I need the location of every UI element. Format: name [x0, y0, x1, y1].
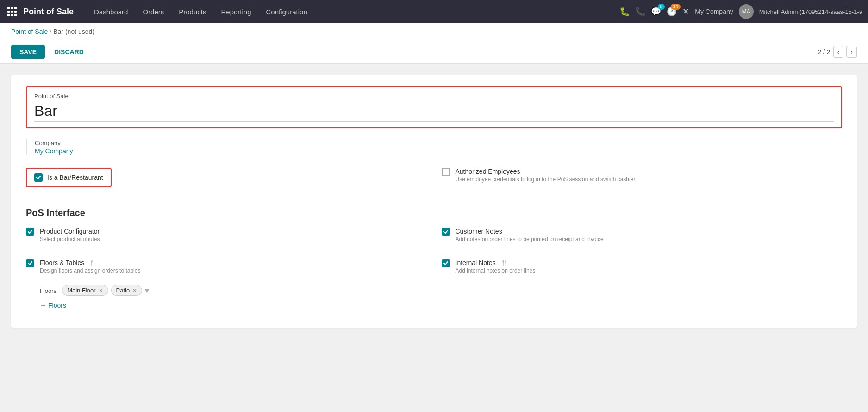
breadcrumb: Point of Sale / Bar (not used) [0, 23, 868, 40]
internal-notes-label: Internal Notes 🍴 [456, 259, 536, 266]
pos-name-input[interactable] [34, 102, 834, 122]
tag-main-floor-remove[interactable]: ✕ [99, 287, 103, 294]
discard-button[interactable]: DISCARD [50, 45, 87, 59]
tag-patio: Patio ✕ [111, 285, 143, 296]
floors-row: Floors Main Floor ✕ Patio ✕ ▾ [40, 283, 427, 298]
record-position: 2 / 2 [818, 48, 830, 56]
checkmark-icon [36, 175, 41, 180]
main-content: Point of Sale Company My Company Is a Ba… [0, 64, 868, 409]
internal-notes-row: Internal Notes 🍴 Add internal notes on o… [442, 259, 843, 274]
chat-badge: 5 [658, 4, 665, 10]
top-navigation: Point of Sale Dashboard Orders Products … [0, 0, 868, 23]
activity-icon[interactable]: 🕐 31 [667, 6, 677, 17]
debug-icon[interactable]: 🐛 [619, 6, 630, 17]
arrow-right-icon: → [40, 302, 46, 309]
customer-notes-desc: Add notes on order lines to be printed o… [456, 236, 604, 242]
prev-record-button[interactable]: ‹ [833, 46, 844, 58]
bar-restaurant-checkbox-container: Is a Bar/Restaurant [26, 168, 112, 187]
topnav-right-section: 🐛 📞 💬 5 🕐 31 ✕ My Company MA Mitchell Ad… [619, 4, 862, 19]
authorized-employees-desc: Use employee credentials to log in to th… [456, 176, 636, 183]
company-value[interactable]: My Company [35, 147, 842, 155]
tag-main-floor: Main Floor ✕ [62, 285, 108, 296]
floors-link[interactable]: → Floors [40, 302, 66, 309]
breadcrumb-current: Bar (not used) [53, 28, 94, 35]
product-configurator-checkbox[interactable] [26, 228, 34, 236]
checkmark-icon [443, 260, 449, 266]
utensils-icon-2: 🍴 [500, 259, 508, 266]
product-configurator-row: Product Configurator Select product attr… [26, 228, 427, 242]
tag-main-floor-label: Main Floor [67, 287, 95, 294]
floors-tables-label: Floors & Tables 🍴 [40, 259, 140, 266]
authorized-employees-row: Authorized Employees Use employee creden… [442, 168, 843, 183]
internal-notes-desc: Add internal notes on order lines [456, 267, 536, 274]
company-section: Company My Company [26, 139, 842, 155]
utensils-icon: 🍴 [89, 259, 97, 266]
form-card: Point of Sale Company My Company Is a Ba… [11, 75, 857, 328]
floors-tables-text: Floors & Tables 🍴 Design floors and assi… [40, 259, 140, 274]
app-brand: Point of Sale [23, 7, 74, 17]
internal-notes-checkbox[interactable] [442, 259, 450, 267]
record-navigation: 2 / 2 ‹ › [818, 46, 857, 58]
menu-configuration[interactable]: Configuration [259, 0, 315, 23]
user-name: Mitchell Admin (17095214-saas-15-1-a [759, 8, 862, 15]
pos-name-field-container: Point of Sale [26, 86, 842, 128]
checkmark-icon [443, 229, 449, 235]
menu-reporting[interactable]: Reporting [213, 0, 258, 23]
customer-notes-col: Customer Notes Add notes on order lines … [442, 228, 843, 252]
top-checkboxes-row: Is a Bar/Restaurant Authorized Employees… [26, 168, 842, 200]
authorized-employees-label: Authorized Employees [456, 168, 636, 175]
floors-tables-checkbox[interactable] [26, 259, 34, 267]
avatar[interactable]: MA [739, 4, 754, 19]
bar-restaurant-col: Is a Bar/Restaurant [26, 168, 427, 200]
chat-icon[interactable]: 💬 5 [651, 6, 661, 17]
product-configurator-text: Product Configurator Select product attr… [40, 228, 100, 242]
company-label: Company [35, 139, 842, 146]
checkmark-icon [27, 229, 33, 235]
authorized-employees-col: Authorized Employees Use employee creden… [442, 168, 843, 200]
interface-checkboxes-row1: Product Configurator Select product attr… [26, 228, 842, 252]
pos-interface-heading: PoS Interface [26, 208, 842, 218]
floors-label: Floors [40, 287, 56, 294]
tags-dropdown-icon[interactable]: ▾ [145, 285, 149, 296]
apps-menu-icon[interactable] [6, 5, 19, 18]
menu-orders[interactable]: Orders [135, 0, 171, 23]
bar-restaurant-checkbox[interactable] [34, 173, 43, 182]
activity-badge: 31 [671, 4, 681, 10]
product-configurator-col: Product Configurator Select product attr… [26, 228, 427, 252]
interface-checkboxes-row2: Floors & Tables 🍴 Design floors and assi… [26, 259, 842, 309]
form-toolbar: SAVE DISCARD 2 / 2 ‹ › [0, 40, 868, 64]
company-selector[interactable]: My Company [695, 8, 733, 15]
product-configurator-desc: Select product attributes [40, 236, 100, 242]
menu-products[interactable]: Products [171, 0, 213, 23]
next-record-button[interactable]: › [846, 46, 857, 58]
main-menu: Dashboard Orders Products Reporting Conf… [87, 0, 619, 23]
customer-notes-checkbox[interactable] [442, 228, 450, 236]
internal-notes-text: Internal Notes 🍴 Add internal notes on o… [456, 259, 536, 274]
floors-field: Floors Main Floor ✕ Patio ✕ ▾ [26, 283, 427, 309]
tag-patio-remove[interactable]: ✕ [132, 287, 137, 294]
product-configurator-label: Product Configurator [40, 228, 100, 235]
internal-notes-col: Internal Notes 🍴 Add internal notes on o… [442, 259, 843, 309]
breadcrumb-parent[interactable]: Point of Sale [11, 28, 48, 35]
menu-dashboard[interactable]: Dashboard [87, 0, 135, 23]
breadcrumb-separator: / [50, 28, 51, 35]
company-name: My Company [695, 8, 733, 15]
floors-tags-container[interactable]: Main Floor ✕ Patio ✕ ▾ [62, 283, 155, 298]
customer-notes-text: Customer Notes Add notes on order lines … [456, 228, 604, 242]
floors-tables-row: Floors & Tables 🍴 Design floors and assi… [26, 259, 427, 274]
customer-notes-label: Customer Notes [456, 228, 604, 235]
save-button[interactable]: SAVE [11, 45, 45, 59]
tag-patio-label: Patio [116, 287, 130, 294]
bar-restaurant-label: Is a Bar/Restaurant [47, 174, 103, 181]
floors-tables-desc: Design floors and assign orders to table… [40, 267, 140, 274]
authorized-employees-text: Authorized Employees Use employee creden… [456, 168, 636, 183]
floors-link-row: → Floors [40, 302, 427, 309]
close-icon[interactable]: ✕ [682, 6, 689, 17]
authorized-employees-checkbox[interactable] [442, 168, 450, 176]
customer-notes-row: Customer Notes Add notes on order lines … [442, 228, 843, 242]
phone-icon[interactable]: 📞 [635, 6, 645, 17]
floors-tables-col: Floors & Tables 🍴 Design floors and assi… [26, 259, 427, 309]
checkmark-icon [27, 260, 33, 266]
pos-name-label: Point of Sale [34, 93, 834, 100]
